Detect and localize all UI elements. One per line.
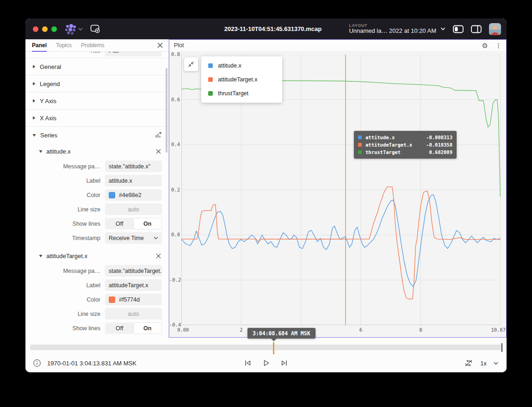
color-input[interactable]: #4e98e2 bbox=[105, 189, 162, 201]
caret-right-icon bbox=[32, 116, 36, 120]
section-y-axis[interactable]: Y Axis bbox=[25, 92, 168, 109]
add-panel-icon[interactable] bbox=[90, 25, 100, 33]
timestamp-select[interactable]: Receive Time bbox=[105, 232, 162, 244]
legend-swatch bbox=[208, 63, 213, 68]
message-path-row: Message pa… state."attitudeTarget.x" bbox=[25, 264, 168, 278]
section-x-axis[interactable]: X Axis bbox=[25, 109, 168, 126]
timeline-scrubber[interactable] bbox=[30, 345, 502, 350]
sidebar-tabs: Panel Topics Problems bbox=[25, 39, 168, 52]
avatar[interactable] bbox=[489, 23, 501, 35]
color-row: Color #f5774d bbox=[25, 292, 168, 307]
panel-settings-gear-icon[interactable]: ⚙ bbox=[482, 42, 488, 49]
tooltip-swatch bbox=[358, 143, 362, 147]
speed-chevron-down-icon[interactable] bbox=[494, 362, 498, 365]
timestamp-row: Timestamp Receive Time bbox=[25, 231, 168, 245]
y-tick-label: 0.4 bbox=[169, 142, 180, 147]
show-lines-off-button[interactable]: Off bbox=[105, 323, 134, 333]
left-sidebar-toggle-icon[interactable] bbox=[453, 25, 464, 33]
show-lines-row: Show lines Off On bbox=[25, 216, 168, 231]
legend-item-thrust-target[interactable]: thrustTarget bbox=[201, 86, 282, 100]
window-controls bbox=[33, 26, 57, 32]
message-path-input[interactable]: state."attitudeTarget.x" bbox=[105, 265, 162, 277]
legend-collapse-button[interactable] bbox=[184, 57, 198, 71]
title-field-input[interactable]: Plot bbox=[105, 52, 162, 56]
legend-item-attitude-target-x[interactable]: attitudeTarget.x bbox=[201, 73, 282, 86]
title-bar: 2023-11-10T04:51:45.631370.mcap LAYOUT U… bbox=[25, 18, 507, 39]
title-field-label: Title bbox=[25, 52, 105, 54]
panel-menu-kebab-icon[interactable]: ⋮ bbox=[495, 43, 501, 49]
remove-series-icon[interactable] bbox=[156, 253, 161, 259]
current-timestamp: 1970-01-01 3:04:13.831 AM MSK bbox=[47, 360, 136, 367]
color-swatch[interactable] bbox=[109, 192, 115, 198]
message-path-input[interactable]: state."attitude.x" bbox=[105, 160, 162, 172]
show-lines-toggle: Off On bbox=[105, 218, 162, 229]
timeline-end-marker bbox=[501, 343, 502, 352]
chart-hover-tooltip: attitude.x -0.008313 attitudeTarget.x -0… bbox=[354, 131, 457, 159]
series-group-attitude-x[interactable]: attitude.x bbox=[25, 143, 168, 159]
message-path-row: Message pa… state."attitude.x" bbox=[25, 159, 168, 173]
close-window-button[interactable] bbox=[33, 26, 38, 32]
play-button[interactable] bbox=[262, 359, 270, 367]
tooltip-swatch bbox=[358, 136, 362, 139]
line-size-input[interactable]: auto bbox=[105, 308, 162, 320]
x-tick-label: 0.00 bbox=[177, 327, 189, 333]
tab-problems[interactable]: Problems bbox=[81, 42, 105, 51]
show-lines-off-button[interactable]: Off bbox=[105, 218, 134, 229]
scrub-time-tooltip: 3:04:08.684 AM MSK bbox=[247, 328, 315, 339]
section-general[interactable]: General bbox=[25, 58, 168, 75]
timeline-playhead[interactable] bbox=[273, 342, 274, 354]
y-tick-label: 0.8 bbox=[169, 51, 180, 57]
title-field-row: Title Plot bbox=[25, 52, 168, 58]
line-size-row: Line size auto bbox=[25, 202, 168, 216]
show-lines-on-button[interactable]: On bbox=[134, 323, 162, 333]
add-series-icon[interactable] bbox=[155, 131, 162, 139]
remove-series-icon[interactable] bbox=[156, 149, 161, 154]
color-row: Color #4e98e2 bbox=[25, 188, 168, 202]
label-input[interactable]: attitudeTarget.x bbox=[105, 279, 162, 291]
caret-down-icon bbox=[38, 149, 43, 154]
x-tick-label: 8 bbox=[419, 327, 422, 333]
plot-panel-header: Plot ⚙ ⋮ bbox=[169, 40, 506, 51]
foxglove-logo-icon[interactable] bbox=[64, 24, 76, 35]
maximize-window-button[interactable] bbox=[51, 26, 57, 32]
seek-backward-button[interactable] bbox=[244, 359, 252, 367]
panel-settings: Title Plot General Legend Y Axis bbox=[25, 52, 168, 338]
legend-item-attitude-x[interactable]: attitude.x bbox=[201, 59, 282, 73]
loop-off-icon[interactable] bbox=[464, 359, 473, 367]
line-size-input[interactable]: auto bbox=[105, 204, 162, 215]
section-series[interactable]: Series bbox=[25, 126, 168, 143]
layout-chevron-down-icon bbox=[440, 27, 445, 31]
window-title: 2023-11-10T04:51:45.631370.mcap bbox=[224, 25, 322, 32]
tab-topics[interactable]: Topics bbox=[56, 42, 72, 51]
label-row: Label attitude.x bbox=[25, 173, 168, 188]
sidebar-close-icon[interactable] bbox=[157, 42, 163, 48]
y-tick-label: -0.2 bbox=[169, 277, 180, 283]
show-lines-toggle: Off On bbox=[105, 322, 162, 334]
y-tick-label: 0.6 bbox=[169, 97, 180, 102]
show-lines-on-button[interactable]: On bbox=[134, 218, 162, 229]
tooltip-caret bbox=[271, 339, 277, 341]
y-tick-label: 0.2 bbox=[169, 187, 180, 192]
minimize-window-button[interactable] bbox=[42, 26, 48, 32]
seek-forward-button[interactable] bbox=[280, 359, 288, 367]
layout-selector[interactable]: LAYOUT Unnamed la… 2022 at 10:20 AM bbox=[349, 23, 445, 35]
app-menu-chevron-down-icon[interactable] bbox=[78, 28, 83, 31]
plot-legend: attitude.x attitudeTarget.x thrustTarget bbox=[201, 56, 282, 103]
tab-panel[interactable]: Panel bbox=[32, 42, 47, 52]
section-legend[interactable]: Legend bbox=[25, 75, 168, 92]
playback-speed[interactable]: 1x bbox=[480, 360, 487, 367]
collapse-arrows-icon bbox=[188, 61, 194, 68]
color-input[interactable]: #f5774d bbox=[105, 294, 162, 305]
app-window: 2023-11-10T04:51:45.631370.mcap LAYOUT U… bbox=[25, 18, 507, 372]
color-swatch[interactable] bbox=[109, 296, 115, 303]
right-sidebar-toggle-icon[interactable] bbox=[471, 25, 482, 33]
label-row: Label attitudeTarget.x bbox=[25, 278, 168, 292]
sidebar-scrollbar[interactable] bbox=[166, 68, 167, 153]
plot-panel[interactable]: Plot ⚙ ⋮ 0.80.60.40.20.0-0.2-0.4 0.00246… bbox=[169, 39, 507, 338]
label-input[interactable]: attitude.x bbox=[105, 175, 162, 186]
x-tick-label: 2 bbox=[240, 327, 242, 333]
plot-area: 0.80.60.40.20.0-0.2-0.4 0.00246810.67 at… bbox=[169, 51, 506, 337]
series-group-attitude-target-x[interactable]: attitudeTarget.x bbox=[25, 248, 168, 264]
info-icon[interactable] bbox=[33, 359, 41, 367]
y-tick-label: 0.0 bbox=[169, 232, 180, 237]
